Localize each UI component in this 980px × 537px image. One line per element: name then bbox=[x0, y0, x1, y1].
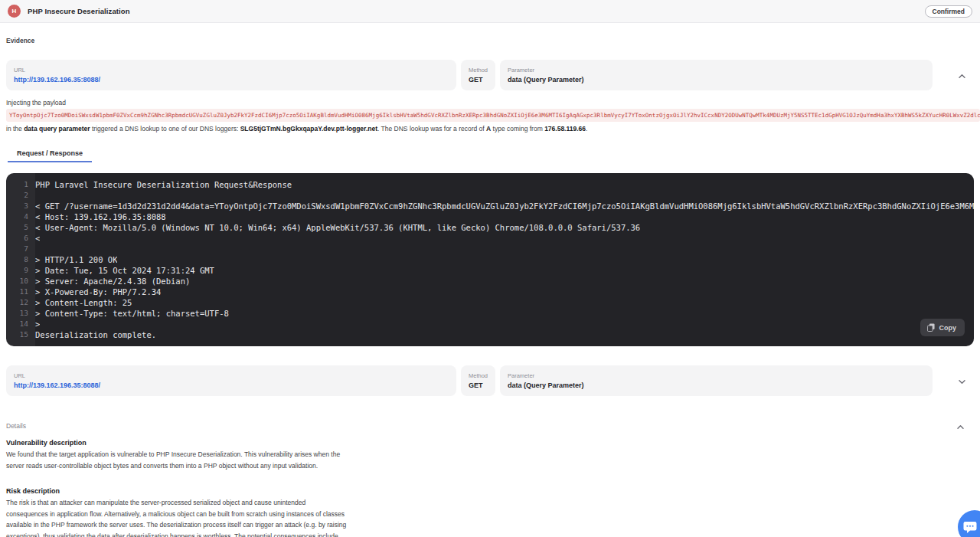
code-line: 8> HTTP/1.1 200 OK bbox=[6, 254, 974, 265]
method-value: GET bbox=[469, 381, 488, 389]
code-line: 15Deserialization complete. bbox=[6, 329, 974, 340]
code-line: 12> Content-Length: 25 bbox=[6, 297, 974, 308]
url-box: URL http://139.162.196.35:8088/ bbox=[6, 365, 456, 396]
explanation-text: triggered a DNS lookup to one of our DNS… bbox=[90, 125, 240, 133]
page-title: PHP Insecure Deserialization bbox=[28, 7, 130, 15]
explanation-text: . The DNS lookup was for a record of bbox=[377, 125, 486, 133]
method-label: Method bbox=[469, 372, 488, 379]
explanation-bold-parameter: data query parameter bbox=[24, 125, 90, 133]
dns-explanation: in the data query parameter triggered a … bbox=[6, 125, 974, 133]
explanation-text: in the bbox=[6, 125, 24, 133]
code-line: 5< User-Agent: Mozilla/5.0 (Windows NT 1… bbox=[6, 222, 974, 233]
chevron-up-icon bbox=[956, 419, 965, 432]
explanation-bold-logger: SLG5tjGTmN.bgGkxqapaY.dev.ptt-logger.net bbox=[240, 125, 377, 133]
method-box: Method GET bbox=[461, 365, 495, 396]
method-value: GET bbox=[469, 76, 488, 83]
vulnerability-description-heading: Vulnerability description bbox=[6, 439, 974, 447]
expand-evidence-button[interactable] bbox=[937, 365, 974, 396]
chevron-down-icon bbox=[958, 374, 966, 388]
evidence-section-label: Evidence bbox=[6, 37, 974, 44]
code-line: 4< Host: 139.162.196.35:8088 bbox=[6, 211, 974, 222]
url-label: URL bbox=[14, 372, 449, 379]
code-line: 10> Server: Apache/2.4.38 (Debian) bbox=[6, 276, 974, 287]
copy-button-label: Copy bbox=[939, 324, 957, 332]
code-line: 14> bbox=[6, 319, 974, 329]
payload-code: YToyOntpOjc7Tzo0MDoiSWxsdW1pbmF0ZVxCcm9h… bbox=[6, 109, 980, 122]
code-line: 2 bbox=[6, 190, 974, 201]
parameter-value: data (Query Parameter) bbox=[508, 381, 925, 389]
url-label: URL bbox=[14, 67, 449, 74]
collapse-evidence-button[interactable] bbox=[937, 60, 974, 90]
main-content: Evidence URL http://139.162.196.35:8088/… bbox=[0, 37, 980, 537]
collapse-details-button[interactable] bbox=[956, 419, 974, 433]
status-badge[interactable]: Confirmed bbox=[925, 5, 973, 18]
tab-request-response[interactable]: Request / Response bbox=[8, 149, 92, 162]
injecting-payload-label: Injecting the payload bbox=[6, 99, 974, 106]
url-link[interactable]: http://139.162.196.35:8088/ bbox=[14, 76, 449, 83]
evidence-row: URL http://139.162.196.35:8088/ Method G… bbox=[6, 60, 974, 90]
parameter-box: Parameter data (Query Parameter) bbox=[500, 60, 933, 90]
parameter-label: Parameter bbox=[508, 372, 925, 379]
details-header-row: Details bbox=[6, 419, 974, 433]
copy-icon bbox=[927, 323, 935, 332]
header-bar: H PHP Insecure Deserialization Confirmed bbox=[0, 0, 980, 23]
url-link[interactable]: http://139.162.196.35:8088/ bbox=[14, 381, 449, 389]
code-line: 7 bbox=[6, 244, 974, 254]
risk-description-text: The risk is that an attacker can manipul… bbox=[6, 497, 974, 537]
vulnerability-description-text: We found that the target application is … bbox=[6, 449, 974, 471]
code-line: 13> Content-Type: text/html; charset=UTF… bbox=[6, 308, 974, 319]
explanation-text: . bbox=[586, 125, 587, 133]
code-line: 11> X-Powered-By: PHP/7.2.34 bbox=[6, 287, 974, 297]
code-line: 1PHP Laravel Insecure Deserialization Re… bbox=[6, 179, 974, 190]
method-box: Method GET bbox=[461, 60, 495, 90]
parameter-label: Parameter bbox=[508, 67, 925, 74]
explanation-text: type coming from bbox=[491, 125, 544, 133]
risk-description-heading: Risk description bbox=[6, 487, 974, 495]
details-section-label: Details bbox=[6, 422, 26, 430]
code-line: 3< GET /?username=1d3d2d231d2dd4&data=YT… bbox=[6, 201, 974, 211]
chevron-up-icon bbox=[958, 68, 966, 82]
parameter-box: Parameter data (Query Parameter) bbox=[500, 365, 933, 396]
chat-bubble-icon bbox=[963, 521, 977, 534]
copy-button[interactable]: Copy bbox=[920, 319, 965, 336]
tab-bar: Request / Response bbox=[6, 145, 974, 162]
avatar: H bbox=[8, 5, 21, 18]
code-line: 6< bbox=[6, 233, 974, 244]
evidence-row: URL http://139.162.196.35:8088/ Method G… bbox=[6, 365, 974, 396]
method-label: Method bbox=[469, 67, 488, 74]
code-line: 9> Date: Tue, 15 Oct 2024 17:31:24 GMT bbox=[6, 265, 974, 276]
request-response-viewer: 1PHP Laravel Insecure Deserialization Re… bbox=[6, 173, 974, 346]
explanation-bold-ip: 176.58.119.66 bbox=[544, 125, 586, 133]
url-box: URL http://139.162.196.35:8088/ bbox=[6, 60, 456, 90]
parameter-value: data (Query Parameter) bbox=[508, 76, 925, 83]
